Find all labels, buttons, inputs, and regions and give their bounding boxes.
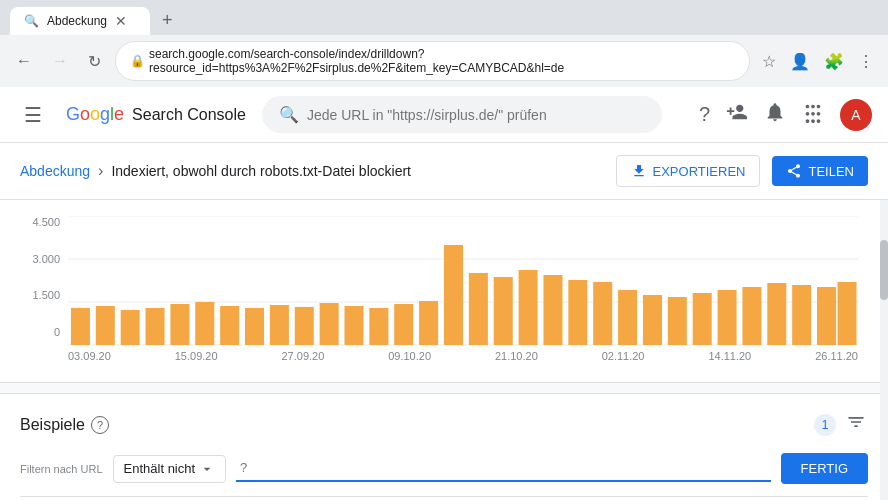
svg-rect-21	[494, 277, 513, 345]
x-label-7: 14.11.20	[708, 350, 751, 362]
logo-google: Google	[66, 104, 124, 125]
tab-favicon: 🔍	[24, 14, 39, 28]
tab-bar: 🔍 Abdeckung ✕ +	[0, 0, 888, 35]
breadcrumb-parent[interactable]: Abdeckung	[20, 163, 90, 179]
chart-section: 4.500 3.000 1.500 0	[0, 200, 888, 383]
beispiele-help-icon[interactable]: ?	[91, 416, 109, 434]
svg-rect-9	[195, 302, 214, 345]
filter-label: Filtern nach URL	[20, 463, 103, 475]
active-tab[interactable]: 🔍 Abdeckung ✕	[10, 7, 150, 35]
svg-rect-26	[618, 290, 637, 345]
filter-row: Filtern nach URL Enthält nicht FERTIG	[20, 453, 868, 484]
svg-rect-29	[693, 293, 712, 345]
svg-rect-32	[767, 283, 786, 345]
x-label-3: 27.09.20	[281, 350, 324, 362]
svg-rect-4	[71, 308, 90, 345]
svg-rect-16	[369, 308, 388, 345]
breadcrumb-actions: EXPORTIEREN TEILEN	[616, 155, 868, 187]
chart-svg	[68, 216, 858, 346]
add-user-icon[interactable]	[726, 101, 748, 128]
export-button[interactable]: EXPORTIEREN	[616, 155, 761, 187]
tab-close-button[interactable]: ✕	[115, 13, 127, 29]
svg-rect-22	[519, 270, 538, 345]
svg-rect-25	[593, 282, 612, 345]
svg-rect-10	[220, 306, 239, 345]
tab-title: Abdeckung	[47, 14, 107, 28]
y-label-3000: 3.000	[30, 253, 60, 265]
beispiele-header: Beispiele ? 1	[20, 410, 868, 439]
browser-chrome: 🔍 Abdeckung ✕ + ← → ↻ 🔒 search.google.co…	[0, 0, 888, 87]
extensions-icon[interactable]: 🧩	[820, 48, 848, 75]
address-text: search.google.com/search-console/index/d…	[149, 47, 735, 75]
beispiele-controls: 1	[814, 410, 868, 439]
back-button[interactable]: ←	[10, 48, 38, 74]
svg-rect-7	[146, 308, 165, 345]
main-content: 4.500 3.000 1.500 0	[0, 200, 888, 500]
y-label-0: 0	[30, 326, 60, 338]
search-input[interactable]	[307, 107, 645, 123]
address-bar[interactable]: 🔒 search.google.com/search-console/index…	[115, 41, 750, 81]
svg-rect-28	[668, 297, 687, 345]
menu-icon[interactable]: ⋮	[854, 48, 878, 75]
forward-button[interactable]: →	[46, 48, 74, 74]
search-bar[interactable]: 🔍	[262, 96, 662, 133]
y-label-4500: 4.500	[30, 216, 60, 228]
svg-rect-30	[718, 290, 737, 345]
filter-icon-button[interactable]	[844, 410, 868, 439]
svg-rect-27	[643, 295, 662, 345]
svg-rect-23	[543, 275, 562, 345]
logo-product-name: Search Console	[132, 106, 246, 124]
svg-rect-19	[444, 245, 463, 345]
x-label-6: 02.11.20	[602, 350, 645, 362]
filter-input[interactable]	[236, 455, 770, 482]
browser-nav-icons: ☆ 👤 🧩 ⋮	[758, 48, 878, 75]
help-icon[interactable]: ?	[699, 103, 710, 126]
app-header: ☰ Google Search Console 🔍 ? A	[0, 87, 888, 143]
x-label-4: 09.10.20	[388, 350, 431, 362]
y-label-1500: 1.500	[30, 289, 60, 301]
x-label-5: 21.10.20	[495, 350, 538, 362]
svg-rect-18	[419, 301, 438, 345]
svg-rect-12	[270, 305, 289, 345]
svg-rect-35	[838, 282, 857, 345]
bookmark-icon[interactable]: ☆	[758, 48, 780, 75]
svg-rect-13	[295, 307, 314, 345]
svg-rect-17	[394, 304, 413, 345]
breadcrumb-separator: ›	[98, 162, 103, 180]
table-header: URL Zuletzt gecrawlt	[20, 496, 868, 500]
svg-rect-20	[469, 273, 488, 345]
svg-rect-15	[345, 306, 364, 345]
profile-icon[interactable]: 👤	[786, 48, 814, 75]
svg-rect-8	[170, 304, 189, 345]
app-logo: Google Search Console	[66, 104, 246, 125]
share-button[interactable]: TEILEN	[772, 156, 868, 186]
new-tab-button[interactable]: +	[154, 6, 181, 35]
svg-rect-24	[568, 280, 587, 345]
fertig-button[interactable]: FERTIG	[781, 453, 868, 484]
svg-rect-33	[792, 285, 811, 345]
search-icon: 🔍	[279, 105, 299, 124]
nav-bar: ← → ↻ 🔒 search.google.com/search-console…	[0, 35, 888, 87]
svg-rect-6	[121, 310, 140, 345]
svg-rect-31	[742, 287, 761, 345]
scrollbar-thumb[interactable]	[880, 240, 888, 300]
beispiele-title: Beispiele ?	[20, 416, 109, 434]
count-badge: 1	[814, 414, 836, 436]
x-label-2: 15.09.20	[175, 350, 218, 362]
avatar[interactable]: A	[840, 99, 872, 131]
beispiele-section: Beispiele ? 1 Filtern nach URL Enthält n…	[0, 393, 888, 500]
svg-rect-14	[320, 303, 339, 345]
header-actions: ? A	[699, 99, 872, 131]
x-label-1: 03.09.20	[68, 350, 111, 362]
svg-rect-34	[817, 287, 836, 345]
refresh-button[interactable]: ↻	[82, 48, 107, 75]
contains-not-dropdown[interactable]: Enthält nicht	[113, 455, 227, 483]
scrollbar[interactable]	[880, 200, 888, 500]
hamburger-menu[interactable]: ☰	[16, 95, 50, 135]
svg-rect-11	[245, 308, 264, 345]
svg-rect-5	[96, 306, 115, 345]
notification-icon[interactable]	[764, 101, 786, 128]
grid-icon[interactable]	[802, 101, 824, 128]
x-label-8: 26.11.20	[815, 350, 858, 362]
breadcrumb: Abdeckung › Indexiert, obwohl durch robo…	[0, 143, 888, 200]
